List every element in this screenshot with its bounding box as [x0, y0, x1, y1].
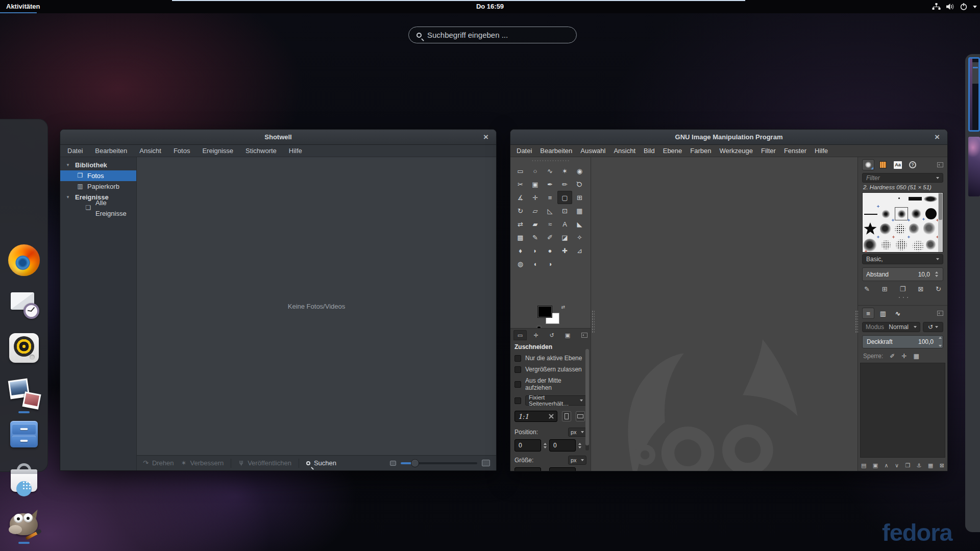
spin-down-icon[interactable]	[935, 275, 938, 277]
vertical-scrollbar[interactable]	[585, 349, 589, 450]
tool-bucket-fill[interactable]: ◣	[572, 217, 587, 231]
spin-down-icon[interactable]	[939, 345, 942, 347]
menu-item[interactable]: Stichworte	[239, 147, 283, 155]
aspect-ratio-input[interactable]: 1:1	[514, 411, 557, 422]
collapse-dock-icon[interactable]	[937, 311, 943, 316]
fixed-aspect-dropdown[interactable]: Fixiert Seitenverhält…	[525, 395, 586, 406]
menu-item[interactable]: Farben	[686, 147, 715, 155]
menu-item[interactable]: Ereignisse	[196, 147, 239, 155]
dock-item-rhythmbox[interactable]	[8, 332, 40, 364]
menu-item[interactable]: Fenster	[780, 147, 811, 155]
close-icon[interactable]: ×	[932, 132, 942, 142]
tool-rectangle-select[interactable]: ▭	[513, 164, 528, 178]
tool-foreground-select[interactable]: ▣	[528, 178, 543, 191]
gimp-window[interactable]: GNU Image Manipulation Program × DateiBe…	[510, 129, 948, 471]
menu-item[interactable]: Ansicht	[609, 147, 640, 155]
menu-item[interactable]: Hilfe	[811, 147, 832, 155]
tab-help[interactable]: ?	[906, 159, 919, 170]
raise-layer-button[interactable]: ∧	[885, 462, 889, 469]
unit-dropdown[interactable]: px	[568, 456, 586, 465]
sidebar-item[interactable]: ▥ Papierkorb	[60, 181, 136, 192]
lock-alpha-icon[interactable]: ▦	[913, 353, 919, 360]
spin-up-icon[interactable]	[544, 471, 547, 472]
menu-item[interactable]: Datei	[61, 147, 89, 155]
tool-clone[interactable]: ●	[543, 244, 557, 257]
tool-ellipse-select[interactable]: ○	[528, 164, 543, 178]
sidebar-item[interactable]: ▾ Bibliothek	[60, 160, 136, 170]
tool-zoom[interactable]: Ϙ	[572, 178, 587, 191]
tab-fonts[interactable]: Aa	[892, 159, 904, 170]
swap-colors-icon[interactable]: ⇄	[561, 305, 565, 310]
layer-list[interactable]	[860, 363, 945, 458]
spin-up-icon[interactable]	[935, 271, 938, 273]
lock-pixels-icon[interactable]: ✐	[890, 353, 895, 360]
tab-paths[interactable]: ∿	[892, 308, 904, 319]
spin-up-icon[interactable]	[578, 471, 581, 472]
duplicate-brush-button[interactable]: ❐	[900, 285, 906, 293]
tool-paths[interactable]: ✒	[543, 178, 557, 191]
new-layer-group-button[interactable]: ▣	[873, 462, 878, 469]
workspace-thumbnail[interactable]	[968, 137, 980, 196]
mode-switch-button[interactable]: ↺	[923, 322, 943, 332]
dock-item-evolution[interactable]	[8, 288, 40, 319]
tool-cage-transform[interactable]: ▰	[528, 217, 543, 231]
menu-item[interactable]: Werkzeuge	[716, 147, 757, 155]
tool-3d-transform[interactable]: ▦	[572, 204, 587, 217]
gimp-canvas[interactable]	[591, 157, 857, 471]
shotwell-window[interactable]: Shotwell × DateiBearbeitenAnsichtFotosEr…	[60, 129, 497, 471]
option-row[interactable]: Nur die aktive Ebene	[510, 353, 591, 364]
duplicate-layer-button[interactable]: ❐	[905, 462, 910, 469]
delete-brush-button[interactable]: ⊠	[918, 285, 923, 293]
tool-pencil[interactable]: ✎	[528, 231, 543, 244]
checkbox[interactable]	[514, 381, 521, 388]
search-input[interactable]: Suchbegriff eingeben ...	[408, 27, 577, 43]
spin-up-icon[interactable]	[939, 337, 942, 339]
dock-item-shotwell[interactable]	[8, 377, 40, 409]
tool-flip[interactable]: ⇄	[513, 217, 528, 231]
checkbox[interactable]	[514, 355, 521, 362]
sidebar-item[interactable]: ❐ Fotos	[60, 170, 136, 181]
tool-select-by-color[interactable]: ◉	[572, 164, 587, 178]
toolbox-grip[interactable]	[531, 159, 570, 162]
workspace-thumbnail-active[interactable]	[968, 57, 980, 132]
tool-fuzzy-select[interactable]: ✶	[557, 164, 572, 178]
tab-tool-options[interactable]: ▭	[513, 330, 527, 340]
tool-measure[interactable]: ∡	[513, 191, 528, 204]
brush-grid-scrollbar[interactable]	[938, 193, 943, 252]
enhance-button[interactable]: ✶Verbessern	[181, 459, 224, 467]
tool-gradient[interactable]: ▩	[513, 231, 528, 244]
tab-images[interactable]: ▣	[561, 330, 574, 340]
tool-text[interactable]: A	[557, 217, 572, 231]
tool-warp-transform[interactable]: ≈	[543, 217, 557, 231]
shotwell-photo-area[interactable]: Keine Fotos/Videos	[137, 157, 496, 455]
dock-item-gimp[interactable]	[8, 508, 40, 540]
option-row[interactable]: Vergrößern zulassen	[510, 364, 591, 375]
rotate-button[interactable]: ↷Drehen	[143, 459, 174, 467]
size-width-input[interactable]: 0	[514, 467, 541, 471]
brush-spacing-slider[interactable]: Abstand 10,0	[862, 267, 943, 281]
lock-position-icon[interactable]: ✛	[901, 353, 906, 360]
tool-shear[interactable]: ▱	[528, 204, 543, 217]
unit-dropdown[interactable]: px	[568, 428, 586, 437]
tool-dodge-burn[interactable]: ◑	[543, 257, 557, 270]
menu-item[interactable]: Filter	[757, 147, 780, 155]
tool-paintbrush[interactable]: ✐	[543, 231, 557, 244]
tool-scissors-select[interactable]: ✂	[513, 178, 528, 191]
clock[interactable]: Do 16:59	[476, 0, 504, 13]
tool-heal[interactable]: ✚	[557, 244, 572, 257]
publish-button[interactable]: ⋔Veröffentlichen	[238, 459, 291, 467]
tab-brushes[interactable]	[862, 159, 874, 170]
tool-crop[interactable]: ▢	[557, 191, 572, 204]
menu-item[interactable]: Hilfe	[283, 147, 308, 155]
checkbox[interactable]	[514, 397, 521, 404]
tab-patterns[interactable]	[877, 159, 889, 170]
menu-item[interactable]: Bearbeiten	[89, 147, 133, 155]
zoom-slider[interactable]	[401, 462, 477, 464]
dock-item-files[interactable]	[8, 418, 40, 450]
new-brush-button[interactable]: ⊞	[882, 285, 888, 293]
search-button[interactable]: Suchen	[306, 459, 336, 467]
tool-blur-sharpen[interactable]: ◍	[513, 257, 528, 270]
layer-mode-dropdown[interactable]: Modus Normal	[862, 322, 920, 332]
menu-item[interactable]: Auswahl	[576, 147, 609, 155]
checkbox[interactable]	[514, 366, 521, 373]
